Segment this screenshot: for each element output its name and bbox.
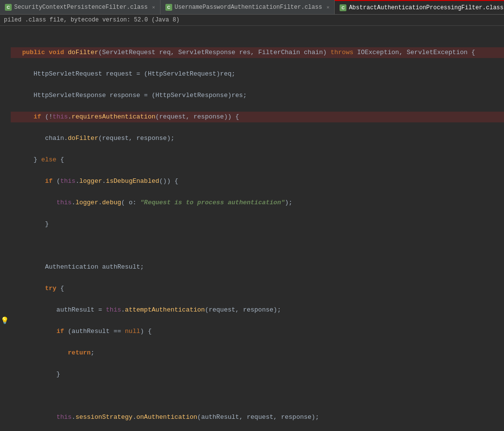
code-content[interactable]: public void doFilter(ServletRequest req,… xyxy=(9,26,504,430)
tab-username-password[interactable]: C UsernamePasswordAuthenticationFilter.c… xyxy=(161,0,335,14)
code-line-17 xyxy=(11,391,504,401)
tab-icon-username: C xyxy=(165,4,172,11)
code-line-3: HttpServletResponse response = (HttpServ… xyxy=(11,90,504,101)
code-line-15: return; xyxy=(11,348,504,358)
gutter-markers: 💡 xyxy=(0,26,9,430)
tab-label-abstract: AbstractAuthenticationProcessingFilter.c… xyxy=(349,4,504,11)
tab-security-context[interactable]: C SecurityContextPersistenceFilter.class… xyxy=(0,0,161,14)
code-line-9: } xyxy=(11,219,504,230)
code-line-14: if (authResult == null) { xyxy=(11,326,504,337)
tab-bar: C SecurityContextPersistenceFilter.class… xyxy=(0,0,504,15)
tab-icon-abstract: C xyxy=(340,4,346,11)
tab-close-username[interactable]: ✕ xyxy=(326,4,329,10)
code-line-11: Authentication authResult; xyxy=(11,262,504,273)
tab-abstract-auth[interactable]: C AbstractAuthenticationProcessingFilter… xyxy=(335,0,504,14)
code-line-13: authResult = this.attemptAuthentication(… xyxy=(11,305,504,315)
code-line-12: try { xyxy=(11,283,504,294)
info-bar-text: piled .class file, bytecode version: 52.… xyxy=(4,17,180,23)
code-line-4: if (!this.requiresAuthentication(request… xyxy=(11,112,504,122)
code-line-1: public void doFilter(ServletRequest req,… xyxy=(11,47,504,58)
code-line-8: this.logger.debug( o: "Request is to pro… xyxy=(11,197,504,208)
code-line-2: HttpServletRequest request = (HttpServle… xyxy=(11,69,504,79)
code-line-10 xyxy=(11,240,504,251)
code-area: 💡 public void doFilter(ServletRequest re… xyxy=(0,26,504,430)
info-bar: piled .class file, bytecode version: 52.… xyxy=(0,15,504,26)
tab-icon-security: C xyxy=(5,4,12,11)
code-line-6: } else { xyxy=(11,155,504,165)
tab-label-username: UsernamePasswordAuthenticationFilter.cla… xyxy=(175,4,322,11)
tab-label-security: SecurityContextPersistenceFilter.class xyxy=(14,4,148,11)
tab-close-security[interactable]: ✕ xyxy=(152,4,155,10)
code-line-18: this.sessionStrategy.onAuthentication(au… xyxy=(11,412,504,423)
code-line-5: chain.doFilter(request, response); xyxy=(11,133,504,144)
code-line-7: if (this.logger.isDebugEnabled()) { xyxy=(11,176,504,187)
code-line-16: } xyxy=(11,369,504,380)
